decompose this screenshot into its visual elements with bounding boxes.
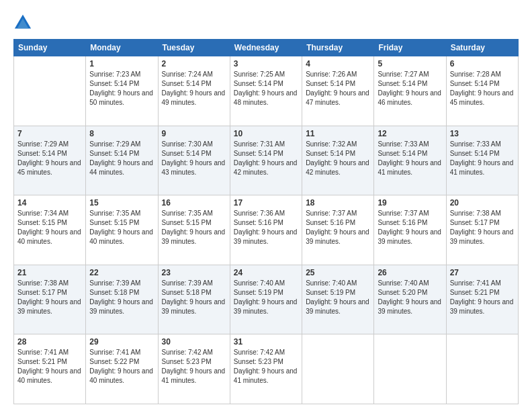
weekday-header-row: SundayMondayTuesdayWednesdayThursdayFrid… (14, 40, 519, 56)
day-number: 14 (17, 198, 82, 208)
calendar-cell: 26Sunrise: 7:40 AM Sunset: 5:20 PM Dayli… (374, 265, 446, 334)
day-info: Sunrise: 7:40 AM Sunset: 5:19 PM Dayligh… (306, 279, 370, 316)
calendar-cell: 15Sunrise: 7:35 AM Sunset: 5:15 PM Dayli… (86, 195, 158, 265)
calendar-week-row: 28Sunrise: 7:41 AM Sunset: 5:21 PM Dayli… (14, 334, 519, 404)
weekday-header: Saturday (446, 40, 518, 56)
day-number: 6 (450, 59, 515, 68)
calendar-cell: 11Sunrise: 7:32 AM Sunset: 5:14 PM Dayli… (302, 126, 374, 195)
day-info: Sunrise: 7:35 AM Sunset: 5:15 PM Dayligh… (89, 209, 154, 246)
day-number: 1 (89, 59, 154, 68)
calendar-cell: 6Sunrise: 7:28 AM Sunset: 5:14 PM Daylig… (446, 56, 518, 126)
weekday-header: Wednesday (230, 40, 302, 56)
day-info: Sunrise: 7:33 AM Sunset: 5:14 PM Dayligh… (378, 140, 442, 177)
calendar-cell: 5Sunrise: 7:27 AM Sunset: 5:14 PM Daylig… (374, 56, 446, 126)
day-info: Sunrise: 7:37 AM Sunset: 5:16 PM Dayligh… (306, 209, 370, 246)
day-number: 30 (162, 337, 226, 347)
day-number: 21 (17, 268, 82, 277)
day-info: Sunrise: 7:41 AM Sunset: 5:22 PM Dayligh… (89, 348, 154, 385)
logo-icon (13, 13, 32, 32)
calendar-cell (14, 56, 86, 126)
calendar-week-row: 7Sunrise: 7:29 AM Sunset: 5:14 PM Daylig… (14, 126, 519, 195)
day-info: Sunrise: 7:38 AM Sunset: 5:17 PM Dayligh… (450, 209, 515, 246)
day-info: Sunrise: 7:27 AM Sunset: 5:14 PM Dayligh… (378, 70, 442, 107)
day-number: 3 (234, 59, 298, 68)
day-info: Sunrise: 7:37 AM Sunset: 5:16 PM Dayligh… (378, 209, 442, 246)
calendar-cell (374, 334, 446, 404)
day-number: 5 (378, 59, 442, 68)
calendar-cell: 9Sunrise: 7:30 AM Sunset: 5:14 PM Daylig… (158, 126, 230, 195)
day-number: 24 (234, 268, 298, 277)
day-number: 11 (306, 129, 370, 138)
calendar-cell: 12Sunrise: 7:33 AM Sunset: 5:14 PM Dayli… (374, 126, 446, 195)
logo (13, 13, 35, 32)
calendar-cell: 27Sunrise: 7:41 AM Sunset: 5:21 PM Dayli… (446, 265, 518, 334)
day-number: 19 (378, 198, 442, 208)
day-number: 25 (306, 268, 370, 277)
calendar-cell: 25Sunrise: 7:40 AM Sunset: 5:19 PM Dayli… (302, 265, 374, 334)
calendar-cell: 20Sunrise: 7:38 AM Sunset: 5:17 PM Dayli… (446, 195, 518, 265)
calendar-cell: 16Sunrise: 7:35 AM Sunset: 5:15 PM Dayli… (158, 195, 230, 265)
day-info: Sunrise: 7:35 AM Sunset: 5:15 PM Dayligh… (162, 209, 226, 246)
calendar-cell: 21Sunrise: 7:38 AM Sunset: 5:17 PM Dayli… (14, 265, 86, 334)
weekday-header: Friday (374, 40, 446, 56)
day-info: Sunrise: 7:28 AM Sunset: 5:14 PM Dayligh… (450, 70, 515, 107)
calendar-cell: 7Sunrise: 7:29 AM Sunset: 5:14 PM Daylig… (14, 126, 86, 195)
day-number: 2 (162, 59, 226, 68)
calendar-cell: 30Sunrise: 7:42 AM Sunset: 5:23 PM Dayli… (158, 334, 230, 404)
weekday-header: Tuesday (158, 40, 230, 56)
calendar-cell: 2Sunrise: 7:24 AM Sunset: 5:14 PM Daylig… (158, 56, 230, 126)
day-number: 18 (306, 198, 370, 208)
day-number: 20 (450, 198, 515, 208)
day-info: Sunrise: 7:40 AM Sunset: 5:20 PM Dayligh… (378, 279, 442, 316)
day-info: Sunrise: 7:29 AM Sunset: 5:14 PM Dayligh… (17, 140, 82, 177)
day-number: 27 (450, 268, 515, 277)
day-info: Sunrise: 7:24 AM Sunset: 5:14 PM Dayligh… (162, 70, 226, 107)
day-info: Sunrise: 7:25 AM Sunset: 5:14 PM Dayligh… (234, 70, 298, 107)
day-number: 9 (162, 129, 226, 138)
calendar-week-row: 14Sunrise: 7:34 AM Sunset: 5:15 PM Dayli… (14, 195, 519, 265)
calendar-cell: 31Sunrise: 7:42 AM Sunset: 5:23 PM Dayli… (230, 334, 302, 404)
day-info: Sunrise: 7:40 AM Sunset: 5:19 PM Dayligh… (234, 279, 298, 316)
calendar-cell: 22Sunrise: 7:39 AM Sunset: 5:18 PM Dayli… (86, 265, 158, 334)
day-number: 23 (162, 268, 226, 277)
calendar-cell (302, 334, 374, 404)
day-number: 28 (17, 337, 82, 347)
calendar-cell: 14Sunrise: 7:34 AM Sunset: 5:15 PM Dayli… (14, 195, 86, 265)
calendar: SundayMondayTuesdayWednesdayThursdayFrid… (13, 39, 519, 404)
day-number: 13 (450, 129, 515, 138)
day-number: 22 (89, 268, 154, 277)
day-number: 7 (17, 129, 82, 138)
day-info: Sunrise: 7:42 AM Sunset: 5:23 PM Dayligh… (234, 348, 298, 385)
day-info: Sunrise: 7:23 AM Sunset: 5:14 PM Dayligh… (89, 70, 154, 107)
calendar-cell (446, 334, 518, 404)
weekday-header: Thursday (302, 40, 374, 56)
page: SundayMondayTuesdayWednesdayThursdayFrid… (0, 0, 532, 411)
calendar-cell: 10Sunrise: 7:31 AM Sunset: 5:14 PM Dayli… (230, 126, 302, 195)
weekday-header: Monday (86, 40, 158, 56)
day-info: Sunrise: 7:41 AM Sunset: 5:21 PM Dayligh… (450, 279, 515, 316)
calendar-cell: 8Sunrise: 7:29 AM Sunset: 5:14 PM Daylig… (86, 126, 158, 195)
day-number: 15 (89, 198, 154, 208)
day-info: Sunrise: 7:34 AM Sunset: 5:15 PM Dayligh… (17, 209, 82, 246)
calendar-cell: 28Sunrise: 7:41 AM Sunset: 5:21 PM Dayli… (14, 334, 86, 404)
calendar-cell: 4Sunrise: 7:26 AM Sunset: 5:14 PM Daylig… (302, 56, 374, 126)
calendar-cell: 19Sunrise: 7:37 AM Sunset: 5:16 PM Dayli… (374, 195, 446, 265)
calendar-cell: 24Sunrise: 7:40 AM Sunset: 5:19 PM Dayli… (230, 265, 302, 334)
day-info: Sunrise: 7:42 AM Sunset: 5:23 PM Dayligh… (162, 348, 226, 385)
day-info: Sunrise: 7:29 AM Sunset: 5:14 PM Dayligh… (89, 140, 154, 177)
calendar-week-row: 21Sunrise: 7:38 AM Sunset: 5:17 PM Dayli… (14, 265, 519, 334)
day-info: Sunrise: 7:39 AM Sunset: 5:18 PM Dayligh… (162, 279, 226, 316)
day-info: Sunrise: 7:41 AM Sunset: 5:21 PM Dayligh… (17, 348, 82, 385)
calendar-cell: 17Sunrise: 7:36 AM Sunset: 5:16 PM Dayli… (230, 195, 302, 265)
day-number: 10 (234, 129, 298, 138)
calendar-cell: 3Sunrise: 7:25 AM Sunset: 5:14 PM Daylig… (230, 56, 302, 126)
day-info: Sunrise: 7:33 AM Sunset: 5:14 PM Dayligh… (450, 140, 515, 177)
weekday-header: Sunday (14, 40, 86, 56)
header (13, 11, 519, 32)
calendar-cell: 1Sunrise: 7:23 AM Sunset: 5:14 PM Daylig… (86, 56, 158, 126)
day-info: Sunrise: 7:30 AM Sunset: 5:14 PM Dayligh… (162, 140, 226, 177)
day-info: Sunrise: 7:26 AM Sunset: 5:14 PM Dayligh… (306, 70, 370, 107)
day-info: Sunrise: 7:38 AM Sunset: 5:17 PM Dayligh… (17, 279, 82, 316)
day-info: Sunrise: 7:32 AM Sunset: 5:14 PM Dayligh… (306, 140, 370, 177)
day-number: 26 (378, 268, 442, 277)
